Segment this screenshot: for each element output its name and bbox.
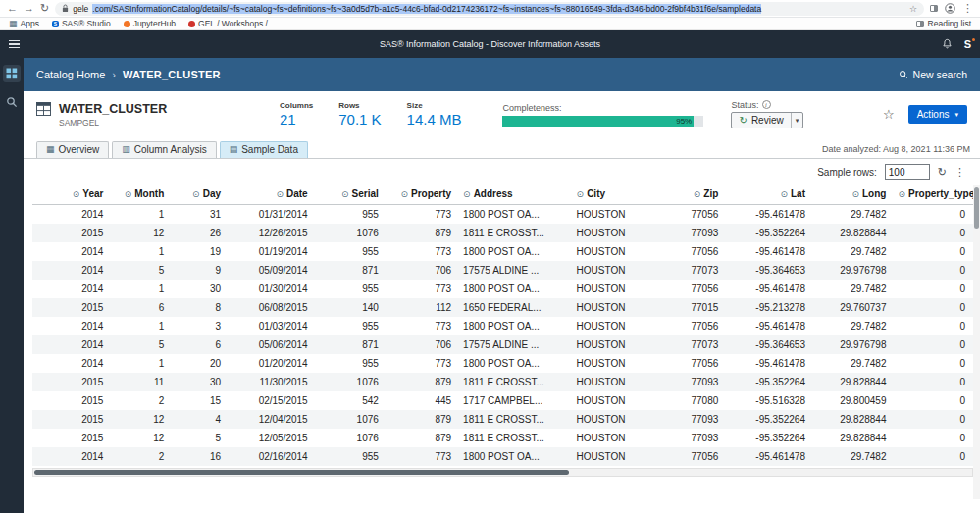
column-header-date[interactable]: ⊙Date	[229, 184, 316, 205]
column-header-label: Serial	[352, 188, 379, 199]
table-cell: 2015	[32, 410, 111, 429]
new-search-button[interactable]: New search	[899, 69, 967, 80]
info-icon[interactable]: i	[762, 100, 771, 109]
column-header-year[interactable]: ⊙Year	[32, 184, 111, 205]
table-row[interactable]: 201512412/04/201510768791811 E CROSST...…	[32, 410, 973, 429]
table-row[interactable]: 2015113011/30/201510768791811 E CROSST..…	[32, 373, 973, 391]
bookmark-apps[interactable]: ▦ Apps	[9, 19, 39, 28]
table-cell: 02/15/2015	[229, 391, 316, 410]
breadcrumb-home-link[interactable]: Catalog Home	[36, 69, 105, 80]
tab-column-analysis[interactable]: ▥ Column Analysis	[112, 141, 216, 158]
table-cell: -95.352264	[726, 410, 813, 429]
bookmark-label: GEL / Workshops /...	[198, 19, 275, 28]
table-cell: 5	[111, 261, 172, 280]
bookmark-sas-studio[interactable]: S SAS® Studio	[52, 19, 111, 28]
column-header-property_type[interactable]: ⊙Property_type	[894, 184, 973, 205]
column-header-label: Long	[862, 188, 886, 199]
column-type-icon: ⊙	[851, 189, 859, 199]
table-cell: HOUSTON	[573, 205, 664, 225]
table-row[interactable]: 201512512/05/201510768791811 E CROSST...…	[32, 429, 973, 447]
horizontal-scrollbar[interactable]	[32, 468, 973, 477]
metric-label: Columns	[280, 101, 313, 110]
bookmark-label: Apps	[21, 19, 39, 28]
table-row[interactable]: 2015122612/26/201510768791811 E CROSST..…	[32, 224, 973, 242]
table-cell: 01/20/2014	[229, 354, 316, 373]
table-cell: 955	[316, 317, 387, 335]
table-cell: 11/30/2015	[229, 373, 316, 391]
catalog-rail-icon[interactable]	[3, 65, 21, 82]
table-row[interactable]: 201421602/16/20149557731800 POST OA...HO…	[32, 447, 973, 466]
table-cell: 2014	[32, 280, 111, 298]
favorite-star-icon[interactable]: ☆	[883, 108, 895, 121]
table-cell: 955	[316, 205, 387, 225]
column-header-address[interactable]: ⊙Address	[459, 184, 572, 205]
status-caret-icon[interactable]: ▾	[791, 113, 803, 128]
reload-icon[interactable]: ↻	[40, 3, 49, 14]
back-icon[interactable]: ←	[7, 3, 18, 14]
column-header-city[interactable]: ⊙City	[573, 184, 664, 205]
side-panel-icon[interactable]	[930, 5, 938, 12]
table-cell: 1	[111, 354, 172, 373]
column-header-month[interactable]: ⊙Month	[111, 184, 172, 205]
table-cell: 0	[894, 447, 973, 466]
table-cell: 879	[387, 410, 459, 429]
url-bar[interactable]: gele.com/SASInformationCatalog/details/~…	[55, 2, 924, 16]
column-header-zip[interactable]: ⊙Zip	[663, 184, 726, 205]
table-cell: -95.461478	[726, 447, 813, 466]
column-header-property[interactable]: ⊙Property	[387, 184, 459, 205]
table-cell: 6	[111, 298, 172, 317]
column-header-day[interactable]: ⊙Day	[172, 184, 229, 205]
sample-rows-input[interactable]	[885, 164, 930, 180]
main: Catalog Home › WATER_CLUSTER New search	[0, 58, 980, 513]
bookmark-star-icon[interactable]: ☆	[909, 4, 917, 14]
vertical-scrollbar[interactable]	[973, 185, 980, 499]
table-row[interactable]: 20156806/08/20151401121650 FEDERAL...HOU…	[32, 298, 973, 317]
metric-label: Size	[407, 101, 462, 110]
table-cell: HOUSTON	[573, 317, 664, 335]
table-row[interactable]: 201412001/20/20149557731800 POST OA...HO…	[32, 354, 973, 373]
profile-icon[interactable]	[945, 3, 955, 14]
table-row[interactable]: 201521502/15/20155424451717 CAMPBEL...HO…	[32, 391, 973, 410]
column-header-label: Property	[411, 188, 451, 199]
left-rail	[0, 58, 24, 513]
horizontal-scrollbar-thumb[interactable]	[34, 470, 569, 475]
column-header-long[interactable]: ⊙Long	[813, 184, 894, 205]
status-dropdown[interactable]: ↻ Review ▾	[731, 112, 803, 128]
table-cell: 77093	[663, 224, 726, 242]
table-cell: 2015	[32, 391, 111, 410]
vertical-scrollbar-thumb[interactable]	[974, 187, 979, 229]
search-rail-icon[interactable]	[3, 93, 21, 111]
table-cell: 879	[387, 224, 459, 242]
bookmark-jupyterhub[interactable]: JupyterHub	[124, 19, 176, 28]
table-cell: 77056	[663, 317, 726, 335]
table-cell: -95.352264	[726, 373, 813, 391]
column-header-lat[interactable]: ⊙Lat	[726, 184, 813, 205]
bookmark-gel-workshops[interactable]: GEL / Workshops /...	[188, 19, 275, 28]
table-cell: 955	[316, 447, 387, 466]
completeness-fill: 95%	[502, 116, 694, 127]
refresh-icon[interactable]: ↻	[938, 167, 947, 178]
forward-icon[interactable]: →	[24, 3, 34, 14]
table-row[interactable]: 20145605/06/201487170617575 ALDINE ...HO…	[32, 335, 973, 354]
content-column: Catalog Home › WATER_CLUSTER New search	[24, 58, 980, 513]
column-header-label: Zip	[703, 188, 718, 199]
new-search-label: New search	[913, 69, 967, 80]
reading-list-button[interactable]: Reading list	[916, 19, 971, 28]
bell-icon[interactable]	[942, 38, 953, 50]
table-row[interactable]: 201413101/31/20149557731800 POST OA...HO…	[32, 205, 973, 225]
column-header-label: City	[587, 188, 605, 199]
actions-button[interactable]: Actions ▾	[908, 105, 967, 124]
table-cell: 2015	[32, 224, 111, 242]
table-cell: 77093	[663, 410, 726, 429]
tab-overview[interactable]: ▦ Overview	[36, 141, 109, 158]
table-row[interactable]: 20145905/09/201487170617575 ALDINE ...HO…	[32, 261, 973, 280]
table-row[interactable]: 201413001/30/20149557731800 POST OA...HO…	[32, 280, 973, 298]
tab-sample-data[interactable]: ▤ Sample Data	[220, 141, 308, 158]
browser-menu-kebab-icon[interactable]: ⋮	[962, 3, 973, 14]
column-header-serial[interactable]: ⊙Serial	[316, 184, 387, 205]
table-row[interactable]: 201411901/19/20149557731800 POST OA...HO…	[32, 242, 973, 261]
table-options-kebab-icon[interactable]: ⋮	[954, 167, 965, 178]
table-cell: -95.461478	[726, 280, 813, 298]
table-row[interactable]: 20141301/03/20149557731800 POST OA...HOU…	[32, 317, 973, 335]
profile-avatar[interactable]: S	[964, 39, 971, 50]
